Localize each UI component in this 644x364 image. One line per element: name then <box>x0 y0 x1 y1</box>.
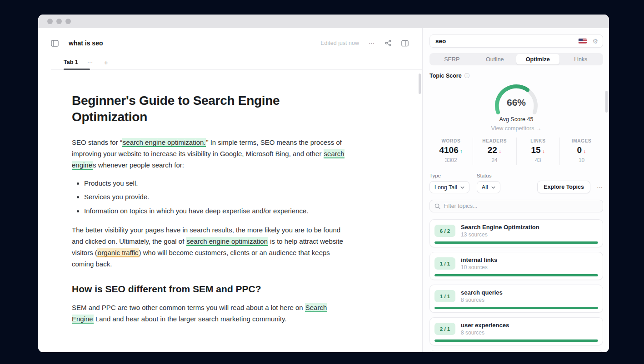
type-filter-label: Type <box>429 173 469 178</box>
view-competitors-link[interactable]: View competitors → <box>491 125 542 132</box>
panel-tab[interactable]: SERP <box>430 54 474 64</box>
stat-value: 4106↑ <box>429 145 473 155</box>
document-more-button[interactable]: ⋯ <box>369 40 375 47</box>
topic-card[interactable]: 1 / 1 search queries 8 sources <box>429 285 603 313</box>
filter-topics-input[interactable]: Filter topics... <box>429 200 603 212</box>
panel-scrollbar[interactable] <box>605 91 608 113</box>
stat-label: WORDS <box>429 138 473 143</box>
editor-scrollbar[interactable] <box>419 74 421 94</box>
topic-card[interactable]: 2 / 1 user experiences 8 sources <box>429 317 603 345</box>
panel-tab-label: Outline <box>486 56 504 63</box>
status-filter-dropdown[interactable]: All <box>477 181 500 193</box>
content-stats: WORDS 4106↑ 3302 HEADERS 22↓ 24 LINKS 15… <box>429 138 603 165</box>
type-filter-value: Long Tail <box>434 184 457 191</box>
topic-progress-bar <box>434 339 598 342</box>
traffic-light-close[interactable] <box>47 19 53 24</box>
window-titlebar[interactable] <box>38 15 609 28</box>
tab-bar: Tab 1 ⋯ + <box>64 54 409 70</box>
topic-progress-bar <box>434 241 598 244</box>
topic-usage-badge: 1 / 1 <box>434 290 455 302</box>
panel-toggle-icon[interactable] <box>401 40 409 47</box>
explore-topics-button[interactable]: Explore Topics <box>537 181 590 193</box>
topic-progress-bar <box>434 274 598 276</box>
doc-heading-2: How is SEO different from SEM and PPC? <box>72 284 352 295</box>
status-filter-value: All <box>482 184 488 191</box>
topic-card[interactable]: 6 / 2 Search Engine Optimization 13 sour… <box>429 219 603 247</box>
doc-bullet-item: Information on topics in which you have … <box>84 206 344 216</box>
panel-tabs: SERP Outline Optimize Links <box>429 53 603 65</box>
document-canvas[interactable]: Beginner's Guide to Search Engine Optimi… <box>38 70 422 327</box>
doc-heading-1: Beginner's Guide to Search Engine Optimi… <box>72 93 299 125</box>
topic-progress-bar <box>434 307 598 309</box>
panel-tab[interactable]: Optimize <box>516 54 559 64</box>
topic-score-gauge: 66% Avg Score 45 View competitors → <box>429 80 603 132</box>
active-tab-indicator <box>64 69 90 70</box>
topic-card[interactable]: 1 / 1 internal links 10 sources <box>429 252 603 280</box>
doc-paragraph: SEM and PPC are two other common terms y… <box>72 302 350 325</box>
panel-tab-label: Optimize <box>526 56 550 63</box>
panel-tab-label: SERP <box>444 56 459 63</box>
stat-label: LINKS <box>517 138 560 143</box>
sidebar-toggle-icon[interactable] <box>51 40 59 47</box>
stat-target-value: 43 <box>517 157 560 163</box>
topic-progress-track <box>434 339 598 342</box>
optimize-panel: seo ⚙ SERP Outline Optimize <box>423 28 609 352</box>
panel-tab-label: Links <box>574 56 587 63</box>
traffic-light-zoom[interactable] <box>65 19 71 24</box>
topic-progress-track <box>434 241 598 244</box>
topic-sources: 13 sources <box>461 231 539 238</box>
stat-column: HEADERS 22↓ 24 <box>473 138 516 165</box>
stat-value: 22↓ <box>473 145 516 155</box>
doc-bullet-item: Products you sell. <box>84 178 344 188</box>
avg-score-text: Avg Score 45 <box>499 116 534 123</box>
topic-title: Search Engine Optimization <box>461 224 539 231</box>
stat-target-value: 3302 <box>429 157 473 163</box>
document-title: what is seo <box>69 39 103 47</box>
tab-more-button[interactable]: ⋯ <box>87 59 93 65</box>
doc-paragraph: SEO stands for “search engine optimizati… <box>72 137 350 171</box>
stat-trend-arrow: ↓ <box>583 148 586 154</box>
panel-tab[interactable]: Outline <box>474 54 517 64</box>
filter-topics-placeholder: Filter topics... <box>444 203 477 209</box>
topic-usage-badge: 1 / 1 <box>434 257 455 270</box>
panel-tab[interactable]: Links <box>559 54 603 64</box>
doc-bullet-item: Services you provide. <box>84 192 344 202</box>
us-flag-icon[interactable] <box>579 39 587 44</box>
edited-status: Edited just now <box>320 40 359 46</box>
stat-trend-arrow: ↓ <box>542 148 545 154</box>
topic-filters: Type Long Tail Status All Explore Topics <box>429 173 603 193</box>
highlight-green: search engine optimization <box>186 237 268 246</box>
tab-1[interactable]: Tab 1 <box>64 54 85 70</box>
topic-list: 6 / 2 Search Engine Optimization 13 sour… <box>429 219 603 352</box>
topic-progress-track <box>434 274 598 276</box>
type-filter-dropdown[interactable]: Long Tail <box>429 181 469 193</box>
topic-sources: 10 sources <box>461 264 497 271</box>
topic-title: user experiences <box>461 322 509 329</box>
stat-target-value: 10 <box>560 157 603 163</box>
stat-column: LINKS 15↓ 43 <box>516 138 560 165</box>
topic-progress-track <box>434 307 598 309</box>
topic-title: internal links <box>461 256 497 263</box>
stat-column: IMAGES 0↓ 10 <box>559 138 603 165</box>
share-icon[interactable] <box>384 39 392 47</box>
topic-sources: 8 sources <box>461 330 509 336</box>
info-icon[interactable]: ⓘ <box>464 73 470 79</box>
chevron-down-icon <box>491 186 495 189</box>
keyword-query-box[interactable]: seo ⚙ <box>429 34 603 48</box>
keyword-query-value: seo <box>435 38 579 44</box>
gear-icon[interactable]: ⚙ <box>592 38 598 44</box>
editor-pane: what is seo Edited just now ⋯ <box>38 28 423 352</box>
topic-usage-badge: 6 / 2 <box>434 225 455 237</box>
stat-label: IMAGES <box>560 138 603 143</box>
stat-value: 15↓ <box>517 145 560 155</box>
highlight-yellow: organic traffic <box>97 248 139 257</box>
stat-target-value: 24 <box>473 157 516 163</box>
doc-paragraph: The better visibility your pages have in… <box>72 224 350 270</box>
topic-card[interactable]: 2 / 3 organic traffic <box>429 350 603 352</box>
topic-usage-badge: 2 / 1 <box>434 323 455 335</box>
search-icon <box>434 203 440 209</box>
stat-trend-arrow: ↓ <box>499 148 502 154</box>
traffic-light-minimize[interactable] <box>56 19 62 24</box>
topics-more-button[interactable]: ⋯ <box>597 184 603 191</box>
add-tab-button[interactable]: + <box>104 59 108 66</box>
